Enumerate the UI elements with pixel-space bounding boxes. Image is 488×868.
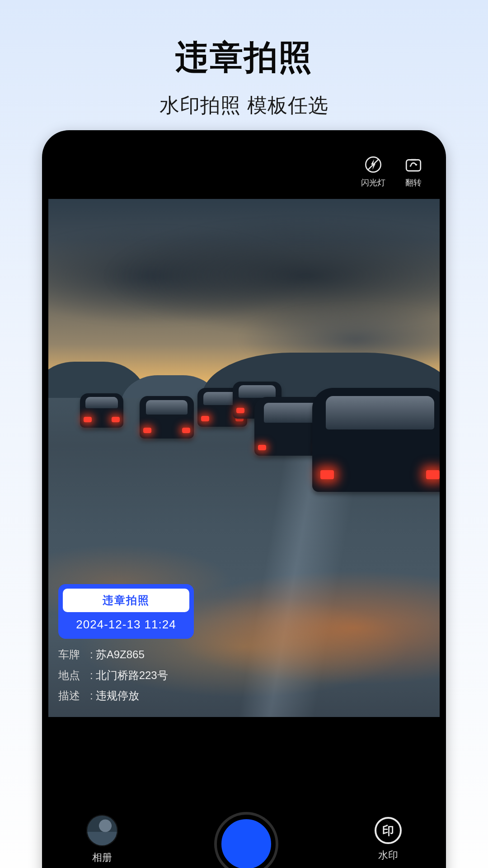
flash-label: 闪光灯 bbox=[361, 177, 385, 188]
plate-value: 苏A9Z865 bbox=[96, 644, 145, 665]
watermark-desc-row: 描述: 违规停放 bbox=[58, 685, 194, 706]
location-label: 地点 bbox=[58, 665, 87, 686]
watermark-fields: 车牌: 苏A9Z865 地点: 北门桥路223号 描述: 违规停放 bbox=[58, 644, 194, 706]
location-value: 北门桥路223号 bbox=[96, 665, 168, 686]
phone-frame: 闪光灯 翻转 bbox=[42, 130, 446, 868]
watermark-overlay[interactable]: 违章拍照 2024-12-13 11:24 车牌: 苏A9Z865 地点: 北门… bbox=[58, 584, 194, 706]
flash-off-icon bbox=[363, 155, 383, 175]
plate-label: 车牌 bbox=[58, 644, 87, 665]
preview-car bbox=[140, 396, 194, 439]
album-thumbnail-icon bbox=[86, 815, 118, 846]
flip-label: 翻转 bbox=[405, 177, 422, 188]
watermark-button[interactable]: 印 水印 bbox=[375, 817, 402, 862]
shutter-button[interactable] bbox=[217, 815, 276, 868]
flip-camera-icon bbox=[404, 155, 423, 175]
watermark-location-row: 地点: 北门桥路223号 bbox=[58, 665, 194, 686]
stamp-icon: 印 bbox=[375, 817, 402, 844]
watermark-card: 违章拍照 2024-12-13 11:24 bbox=[58, 584, 194, 639]
camera-bottombar: 相册 印 水印 bbox=[48, 797, 440, 868]
page-title: 违章拍照 bbox=[0, 35, 488, 80]
camera-viewfinder[interactable]: 违章拍照 2024-12-13 11:24 车牌: 苏A9Z865 地点: 北门… bbox=[48, 199, 440, 717]
desc-label: 描述 bbox=[58, 685, 87, 706]
page-subtitle: 水印拍照 模板任选 bbox=[0, 92, 488, 119]
album-button[interactable]: 相册 bbox=[86, 815, 118, 864]
svg-rect-2 bbox=[406, 160, 421, 171]
desc-value: 违规停放 bbox=[96, 685, 139, 706]
watermark-label: 水印 bbox=[378, 849, 398, 862]
camera-topbar: 闪光灯 翻转 bbox=[361, 155, 423, 188]
watermark-timestamp: 2024-12-13 11:24 bbox=[63, 612, 189, 633]
album-label: 相册 bbox=[92, 851, 112, 864]
flash-button[interactable]: 闪光灯 bbox=[361, 155, 385, 188]
preview-car bbox=[80, 393, 123, 428]
preview-car bbox=[312, 388, 440, 492]
watermark-title: 违章拍照 bbox=[63, 589, 189, 612]
watermark-plate-row: 车牌: 苏A9Z865 bbox=[58, 644, 194, 665]
flip-camera-button[interactable]: 翻转 bbox=[404, 155, 423, 188]
phone-screen: 闪光灯 翻转 bbox=[48, 137, 440, 868]
